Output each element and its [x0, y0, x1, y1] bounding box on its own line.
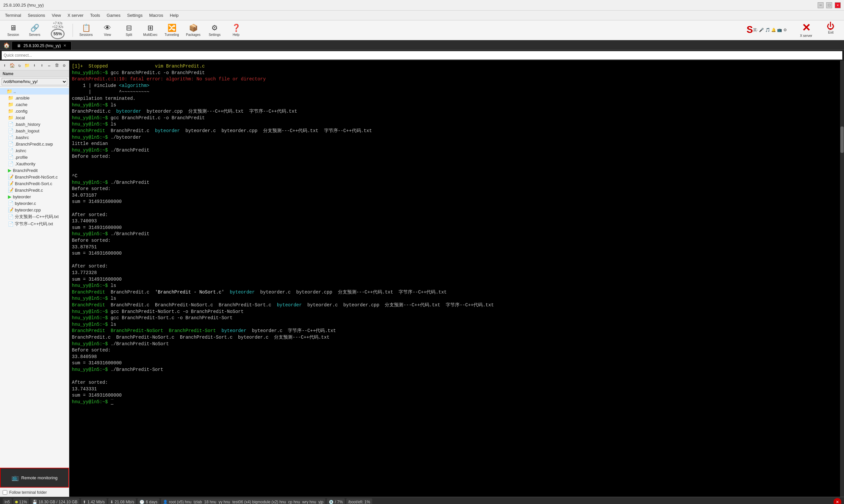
file-icon-profile: 📄 [8, 155, 14, 160]
terminal-line-35: hnu_yy@ln5:~$ ls [72, 283, 838, 289]
file-item-byteorder-cpp[interactable]: 📝 byteorder.cpp [0, 206, 69, 213]
servers-button[interactable]: 🔗 Servers [25, 21, 45, 39]
scrollbar-thumb[interactable] [840, 126, 844, 153]
minimize-button[interactable]: ─ [817, 2, 824, 8]
toolbar: 🖥 Session 🔗 Servers +7 K/s+12 K/s 55% 📋 … [0, 20, 844, 40]
cpu-monitor: +7 K/s+12 K/s 55% [46, 21, 69, 39]
file-item-parent[interactable]: 📁 .. [0, 88, 69, 94]
status-net-up-label: 1.42 Mb/s [87, 500, 105, 504]
status-net-up: ⬆ 1.42 Mb/s [81, 499, 107, 504]
multiexec-button[interactable]: ⊟ Split [119, 21, 139, 39]
sidebar-download-button[interactable]: ⬇ [31, 62, 38, 69]
exit-button[interactable]: ⏻ Exit [821, 21, 841, 39]
home-tab[interactable]: 🏠 [2, 41, 12, 50]
help2-button[interactable]: ❓ Help [226, 21, 246, 39]
split-label: View [104, 33, 111, 37]
remote-monitoring-button[interactable]: 📺 Remote monitoring [0, 468, 69, 488]
sidebar-up-button[interactable]: ⬆ [1, 62, 8, 69]
file-name-bash-history: .bash_history [15, 122, 40, 127]
terminal[interactable]: [1]+ Stopped vim BranchPredit.c hnu_yy@l… [69, 60, 840, 497]
terminal-scrollbar[interactable] [840, 60, 844, 497]
status-storage: 💾 18.30 GB / 124.10 GB [30, 499, 80, 504]
menu-settings[interactable]: Settings [124, 12, 146, 19]
maximize-button[interactable]: □ [826, 2, 832, 8]
file-icon-byte-txt: 📄 [8, 221, 14, 227]
file-item-config[interactable]: 📁 .config [0, 108, 69, 114]
terminal-line-31 [72, 257, 838, 264]
path-dropdown[interactable]: /vol8/home/hnu_yy/ [2, 78, 67, 85]
sidebar-upload-button[interactable]: ⬆ [38, 62, 46, 69]
tunneling-button[interactable]: ⊞ MultiExec [140, 21, 160, 39]
cpu-percent: 55% [53, 31, 62, 36]
menu-bar: Terminal Sessions View X server Tools Ga… [0, 11, 844, 20]
view-button[interactable]: 📋 Sessions [76, 21, 96, 39]
sidebar-edit-button[interactable]: ✏ [46, 62, 53, 69]
tunneling-icon: ⊞ [148, 24, 153, 32]
sidebar-home-button[interactable]: 🏠 [9, 62, 16, 69]
tab-close-button[interactable]: ✕ [63, 43, 66, 48]
menu-xserver[interactable]: X server [64, 12, 87, 19]
quick-connect-input[interactable] [4, 53, 840, 58]
terminal-line-17 [72, 167, 838, 173]
file-name-config: .config [15, 109, 28, 114]
file-item-branchpredit-nosort[interactable]: 📝 BranchPredit-NoSort.c [0, 174, 69, 180]
menu-tools[interactable]: Tools [87, 12, 103, 19]
file-item-branchpredit-c[interactable]: 📝 BranchPredit.c [0, 187, 69, 193]
split-icon: 👁 [104, 24, 111, 32]
multiexec-icon: ⊟ [126, 24, 132, 32]
view-icon: 📋 [82, 24, 91, 32]
terminal-line-50: After sorted: [72, 379, 838, 386]
follow-terminal-checkbox[interactable] [3, 490, 7, 495]
file-icon-byteorder-cpp: 📝 [8, 207, 14, 213]
file-item-bash-logout[interactable]: 📄 .bash_logout [0, 127, 69, 134]
file-item-ansible[interactable]: 📁 .ansible [0, 94, 69, 101]
help-button[interactable]: ⚙ Settings [205, 21, 225, 39]
file-item-byte-txt[interactable]: 📄 字节序--C++代码.txt [0, 220, 69, 228]
file-item-kshrc[interactable]: 📄 .kshrc [0, 147, 69, 154]
x-server-button[interactable]: ✕ X server [795, 21, 817, 39]
terminal-line-34: sum = 314931600000 [72, 276, 838, 283]
menu-macros[interactable]: Macros [146, 12, 167, 19]
file-item-branchpredit[interactable]: ▶ BranchPredit [0, 167, 69, 174]
menu-terminal[interactable]: Terminal [2, 12, 24, 19]
file-item-byteorder-c[interactable]: 📄 byteorder.c [0, 200, 69, 206]
sidebar-refresh-button[interactable]: ↻ [16, 62, 23, 69]
file-name-byteorder-c: byteorder.c [15, 201, 36, 206]
file-item-branchpredit-sort[interactable]: 📝 BranchPredit-Sort.c [0, 180, 69, 187]
terminal-line-39: hnu_yy@ln5:~$ gcc BranchPredit-NoSort.c … [72, 309, 838, 315]
file-item-bashrc[interactable]: 📄 .bashrc [0, 134, 69, 141]
close-button[interactable]: ✕ [835, 2, 841, 8]
packages-button[interactable]: 🔀 Tunneling [162, 21, 182, 39]
file-item-byteorder[interactable]: ▶ byteorder [0, 193, 69, 200]
sidebar-settings-button[interactable]: ⚙ [61, 62, 68, 69]
menu-view[interactable]: View [49, 12, 64, 19]
status-node: ln5 [3, 499, 12, 504]
file-item-branchpredit-swp[interactable]: 📄 .BranchPredit.c.swp [0, 141, 69, 147]
sidebar-new-folder-button[interactable]: 📁 [24, 62, 31, 69]
session-tab[interactable]: 🖥 25.8.100.25 (hnu_yy) ✕ [12, 41, 71, 50]
menu-sessions[interactable]: Sessions [24, 12, 49, 19]
menu-games[interactable]: Games [104, 12, 124, 19]
folder-icon-ansible: 📁 [8, 95, 14, 101]
terminal-line-21: 34.073187 [72, 192, 838, 199]
terminal-line-43: BranchPredit.c BranchPredit-NoSort.c Bra… [72, 334, 838, 341]
file-item-profile[interactable]: 📄 .profile [0, 154, 69, 160]
file-item-xauthority[interactable]: 📄 .Xauthority [0, 160, 69, 167]
file-item-branch-txt[interactable]: 📄 分支预测---C++代码.txt [0, 213, 69, 220]
terminal-line-15: Before sorted: [72, 154, 838, 160]
sidebar-toolbar: ⬆ 🏠 ↻ 📁 ⬇ ⬆ ✏ 🗑 ⚙ [0, 60, 69, 71]
file-item-cache[interactable]: 📁 .cache [0, 101, 69, 108]
users-icon: 👤 [163, 500, 168, 504]
terminal-line-5: | ^~~~~~~~~~~ [72, 89, 838, 95]
monitor-icon: 📺 [12, 474, 19, 481]
terminal-line-26: sum = 314931600000 [72, 224, 838, 231]
file-icon-bashrc: 📄 [8, 135, 14, 140]
menu-help[interactable]: Help [167, 12, 182, 19]
sidebar-delete-button[interactable]: 🗑 [53, 62, 60, 69]
status-close-button[interactable]: ✕ [833, 498, 841, 504]
split-button[interactable]: 👁 View [98, 21, 117, 39]
file-item-local[interactable]: 📁 .local [0, 114, 69, 121]
file-item-bash-history[interactable]: 📄 .bash_history [0, 121, 69, 127]
session-button[interactable]: 🖥 Session [3, 21, 23, 39]
settings-button[interactable]: 📦 Packages [183, 21, 203, 39]
